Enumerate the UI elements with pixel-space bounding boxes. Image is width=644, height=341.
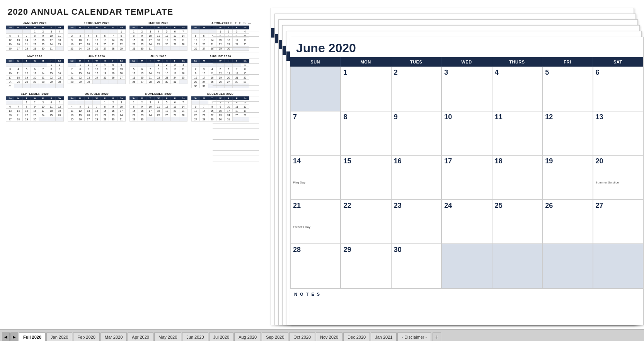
cal-day-cell: 23	[192, 80, 200, 84]
cal-day-cell: 24	[47, 42, 55, 46]
cal-day-cell: 20	[171, 38, 179, 42]
notes-line	[213, 48, 259, 53]
cal-day-cell: 12	[163, 105, 171, 109]
tab-nov_2020[interactable]: Nov 2020	[316, 332, 342, 341]
cal-day-cell: 22	[154, 75, 162, 80]
notes-line	[213, 113, 259, 118]
cal-header-cell: F	[109, 59, 117, 63]
cal-day-cell: 4	[55, 29, 63, 34]
tab-add-button[interactable]: +	[433, 332, 441, 341]
tab-oct_2020[interactable]: Oct 2020	[289, 332, 315, 341]
stacked-pages: January 2020 SUN MON TUES WED THURS FRI …	[271, 8, 638, 325]
cal-header-cell: M	[138, 59, 146, 63]
cal-day-cell: 29	[22, 117, 31, 122]
cal-header-cell: W	[154, 59, 162, 63]
tab-nav-right[interactable]: ▶	[10, 332, 18, 341]
cal-day-cell: 13	[101, 38, 109, 42]
cal-day-cell: 8	[101, 105, 109, 109]
cal-day-cell: 23	[84, 75, 92, 80]
cal-day-cell: 2	[68, 34, 76, 38]
cal-day-cell: 25	[14, 80, 22, 84]
cal-day-cell: 20	[101, 42, 109, 46]
cal-day-cell: 10	[117, 105, 125, 109]
cal-day-cell: 16	[109, 109, 117, 113]
cal-day-cell: 1	[22, 100, 31, 105]
tab-sep_2020[interactable]: Sep 2020	[262, 332, 288, 341]
tab-jan_2021[interactable]: Jan 2021	[371, 332, 397, 341]
cal-day-cell: 5	[163, 100, 171, 105]
notes-line	[213, 31, 259, 37]
cal-day-cell: 2	[31, 100, 39, 105]
cal-day-cell: 23	[31, 113, 39, 117]
cal-day-cell: 28	[92, 117, 101, 122]
cal-day-cell: 16	[55, 71, 63, 75]
cal-day-cell: 24	[200, 80, 208, 84]
tab-jan_2020[interactable]: Jan 2020	[46, 332, 72, 341]
cal-day-cell: 28	[68, 80, 76, 84]
cal-day-cell	[68, 29, 76, 34]
cal-day-cell	[39, 117, 47, 122]
cal-day-cell: 25	[84, 46, 92, 51]
cal-day-cell: 20	[14, 42, 22, 46]
cal-day-cell: 7	[22, 34, 31, 38]
notes-section: — N O T E S —	[213, 21, 259, 161]
tab-jun_2020[interactable]: Jun 2020	[182, 332, 208, 341]
cal-day-cell: 1	[130, 100, 138, 105]
cal-day-cell: 21	[200, 113, 208, 117]
cal-day-cell: 31	[117, 117, 125, 122]
cal-day-cell: 14	[200, 109, 208, 113]
cal-day-cell: 11	[55, 34, 63, 38]
cal-day-cell: 19	[109, 71, 117, 75]
cal-day-cell: 11	[14, 71, 22, 75]
cal-day-cell: 7	[200, 105, 208, 109]
cal-header-cell: T	[146, 26, 154, 29]
small-cal-title-1: FEBRUARY 2020	[68, 21, 126, 25]
notes-title: — N O T E S —	[213, 21, 259, 25]
cal-day-cell: 4	[154, 29, 162, 34]
cal-header-cell: M	[138, 97, 146, 100]
cal-day-cell: 30	[39, 46, 47, 51]
cal-header-cell: Sa	[179, 59, 187, 63]
cal-day-cell: 22	[117, 42, 125, 46]
cal-day-cell: 4	[68, 105, 76, 109]
june-day-cell: 14Flag Day	[290, 155, 341, 200]
cal-day-cell: 29	[31, 46, 39, 51]
tab-jul_2020[interactable]: Jul 2020	[209, 332, 234, 341]
cal-day-cell: 23	[68, 46, 76, 51]
tab-full_2020[interactable]: Full 2020	[19, 332, 46, 341]
tab-mar_2020[interactable]: Mar 2020	[101, 332, 127, 341]
cal-day-cell: 2	[39, 29, 47, 34]
tab--_disclaimer_-[interactable]: - Disclaimer -	[397, 332, 431, 341]
small-cal-8: SEPTEMBER 2020SuMTWRFSa12345678910111213…	[6, 92, 64, 122]
cal-day-cell: 13	[200, 38, 208, 42]
june-day-cell: 26	[542, 200, 593, 244]
cal-day-cell: 23	[138, 113, 146, 117]
cal-day-cell: 13	[31, 71, 39, 75]
cal-header-cell: T	[22, 26, 31, 29]
tab-feb_2020[interactable]: Feb 2020	[73, 332, 99, 341]
tab-may_2020[interactable]: May 2020	[154, 332, 181, 341]
tab-apr_2020[interactable]: Apr 2020	[128, 332, 153, 341]
tab-aug_2020[interactable]: Aug 2020	[234, 332, 261, 341]
cal-day-cell: 14	[146, 71, 154, 75]
cal-day-cell: 19	[130, 75, 138, 80]
cal-header-cell: Sa	[179, 26, 187, 29]
cal-header-cell: Su	[192, 97, 200, 100]
cal-day-cell: 12	[76, 109, 84, 113]
cal-day-cell: 4	[154, 100, 162, 105]
june-day-cell	[542, 244, 593, 288]
cal-day-cell: 13	[171, 34, 179, 38]
cal-day-cell: 5	[92, 34, 101, 38]
tab-nav-left[interactable]: ◀	[2, 332, 10, 341]
tab-dec_2020[interactable]: Dec 2020	[343, 332, 370, 341]
cal-day-cell: 20	[31, 75, 39, 80]
cal-day-cell: 31	[47, 46, 55, 51]
cal-day-cell: 23	[39, 42, 47, 46]
cal-day-cell: 24	[146, 113, 154, 117]
cal-day-cell: 1	[101, 100, 109, 105]
cal-day-cell: 6	[138, 67, 146, 71]
cal-day-cell: 5	[163, 29, 171, 34]
notes-line	[213, 102, 259, 107]
cal-day-cell: 28	[179, 113, 187, 117]
cal-day-cell	[76, 100, 84, 105]
